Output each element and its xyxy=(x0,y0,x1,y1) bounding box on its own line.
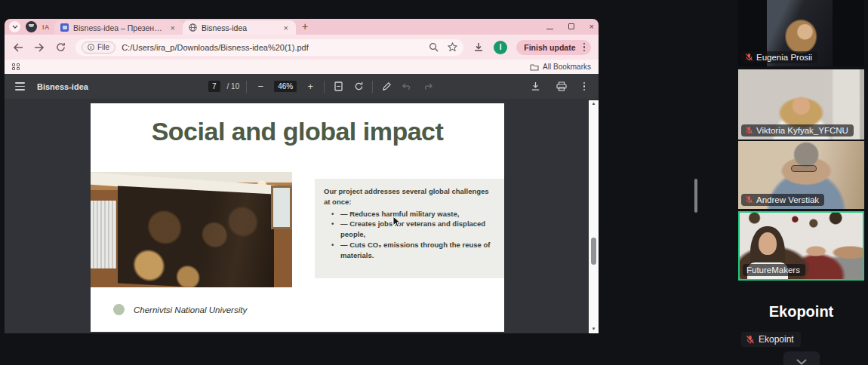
participant-name-chip: Ekopoint xyxy=(741,332,801,347)
rotate-button[interactable] xyxy=(352,80,365,94)
slides-favicon xyxy=(60,23,69,32)
tab-close-icon[interactable]: × xyxy=(169,23,177,32)
info-icon xyxy=(88,44,94,51)
stage-scrollbar-thumb[interactable] xyxy=(694,179,697,213)
scroll-down-icon[interactable]: ▼ xyxy=(592,326,596,333)
zoom-page-icon[interactable] xyxy=(429,42,439,52)
pdf-document-title: Bisness-idea xyxy=(37,82,88,91)
browser-profile-icon[interactable] xyxy=(26,21,37,32)
tab-pdf-active[interactable]: Bisness-idea × xyxy=(183,20,296,35)
zoom-in-button[interactable]: + xyxy=(303,80,317,94)
slide-bullet: — Creates jobs for veterans and displace… xyxy=(324,219,495,240)
address-bar[interactable]: File C:/Users/ira_p/Downloads/Bisness-id… xyxy=(75,39,463,56)
slide-bullet: — Cuts CO₂ emissions through the reuse o… xyxy=(324,240,495,261)
forward-button[interactable] xyxy=(33,41,45,54)
video-off-display-name: Ekopoint xyxy=(738,303,864,321)
participant-name: FutureMakers xyxy=(746,265,800,275)
folder-icon xyxy=(530,63,539,71)
muted-mic-icon xyxy=(746,335,755,345)
globe-favicon xyxy=(189,23,197,32)
print-button[interactable] xyxy=(555,80,568,94)
tab-title: Bisness-idea xyxy=(202,23,278,32)
slide-title: Social and global impact xyxy=(91,117,504,146)
zoom-out-button[interactable]: − xyxy=(254,80,267,94)
pdf-scrollbar[interactable]: ▲ ▼ xyxy=(589,100,599,333)
file-scheme-chip[interactable]: File xyxy=(82,41,115,54)
pdf-page: Social and global impact Our project add… xyxy=(91,103,504,332)
tab-presentation[interactable]: Bisness-idea – Презентація × xyxy=(54,20,183,35)
window-minimize-button[interactable] xyxy=(546,23,553,31)
chevron-down-icon xyxy=(796,358,808,365)
footer-logo-dot xyxy=(113,304,125,315)
browser-toolbar: File C:/Users/ira_p/Downloads/Bisness-id… xyxy=(5,35,599,60)
muted-mic-icon xyxy=(745,126,753,135)
participant-name: Ekopoint xyxy=(759,334,794,345)
pdf-more-menu-icon[interactable] xyxy=(580,82,589,91)
redo-button[interactable] xyxy=(420,80,434,94)
downloads-button[interactable] xyxy=(472,41,485,54)
participant-tile-active-speaker[interactable]: FutureMakers xyxy=(738,211,864,281)
tab-title: Bisness-idea – Презентація xyxy=(73,23,165,32)
participant-tile[interactable]: Eugenia Prosii xyxy=(738,0,864,66)
participant-tile[interactable]: Viktoria Kyfyak_YFCNU xyxy=(738,69,864,140)
undo-button[interactable] xyxy=(400,80,414,94)
pdf-viewport[interactable]: Social and global impact Our project add… xyxy=(5,99,599,333)
back-button[interactable] xyxy=(12,41,24,54)
muted-mic-icon xyxy=(745,195,753,204)
participant-name: Eugenia Prosii xyxy=(756,53,812,62)
slide-intro: Our project addresses several global cha… xyxy=(324,186,495,207)
fit-page-button[interactable] xyxy=(331,80,345,94)
profile-avatar[interactable]: I xyxy=(494,41,507,54)
window-close-button[interactable]: × xyxy=(589,23,594,31)
participant-name: Viktoria Kyfyak_YFCNU xyxy=(756,126,848,135)
new-tab-button[interactable]: + xyxy=(302,19,308,35)
pdf-download-button[interactable] xyxy=(529,80,543,94)
participant-tile[interactable]: Andrew Verstiak xyxy=(738,141,864,209)
tab-search-button[interactable] xyxy=(9,21,20,32)
window-maximize-button[interactable] xyxy=(568,23,574,31)
annotate-button[interactable] xyxy=(380,80,393,94)
page-count-label: / 10 xyxy=(227,82,240,90)
browser-window: IA Bisness-idea – Презентація × Bisness-… xyxy=(5,19,599,333)
slide-footer-text: Chernivtsi National University xyxy=(134,305,247,314)
bookmarks-bar: All Bookmarks xyxy=(5,60,599,74)
finish-update-button[interactable]: Finish update xyxy=(516,40,591,55)
participants-panel: Eugenia Prosii Viktoria Kyfyak_YFCNU And… xyxy=(738,0,864,365)
url-text[interactable]: C:/Users/ira_p/Downloads/Bisness-idea%20… xyxy=(122,43,423,52)
mouse-cursor xyxy=(392,216,401,228)
tab-strip: IA Bisness-idea – Презентація × Bisness-… xyxy=(5,19,599,35)
collapse-thumbnails-button[interactable] xyxy=(783,351,820,365)
slide-photo xyxy=(91,172,292,287)
all-bookmarks-button[interactable]: All Bookmarks xyxy=(530,63,591,71)
tab-close-icon[interactable]: × xyxy=(282,23,290,32)
pdf-toolbar: Bisness-idea 7 / 10 − 46% + xyxy=(5,74,599,99)
screen: IA Bisness-idea – Презентація × Bisness-… xyxy=(0,0,868,365)
pdf-menu-icon[interactable] xyxy=(15,82,25,90)
participant-name: Andrew Verstiak xyxy=(756,195,819,204)
browser-menu-icon[interactable] xyxy=(580,43,589,52)
pdf-scrollbar-thumb[interactable] xyxy=(591,238,596,265)
slide-text-panel: Our project addresses several global cha… xyxy=(315,179,504,278)
apps-grid-icon[interactable] xyxy=(12,63,20,71)
muted-mic-icon xyxy=(745,53,753,62)
slide-bullet-list: — Reduces harmful military waste, — Crea… xyxy=(324,209,495,261)
slide-bullet: — Reduces harmful military waste, xyxy=(324,209,495,219)
reload-button[interactable] xyxy=(54,41,66,54)
page-number-input[interactable]: 7 xyxy=(208,81,220,92)
bookmark-star-icon[interactable] xyxy=(448,42,457,52)
extension-icon[interactable]: IA xyxy=(42,23,50,31)
scroll-up-icon[interactable]: ▲ xyxy=(592,100,596,108)
zoom-level-input[interactable]: 46% xyxy=(274,81,297,92)
